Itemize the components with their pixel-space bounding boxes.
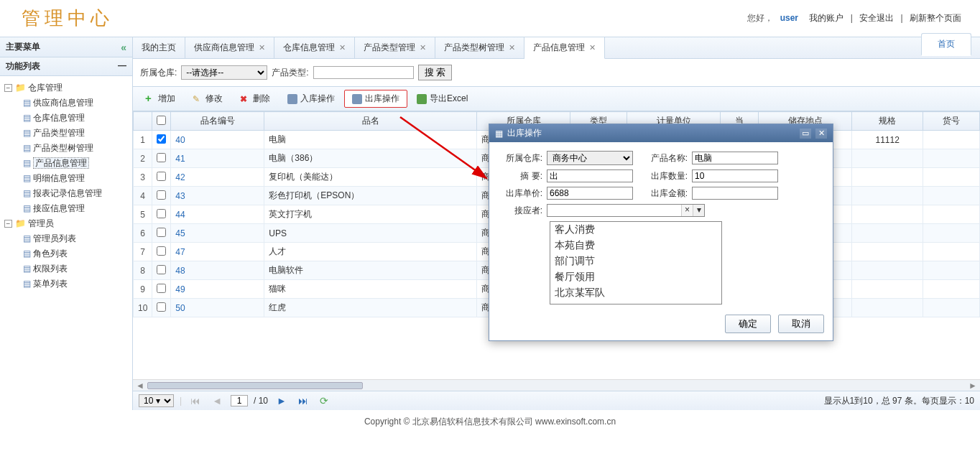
- stockout-button[interactable]: 出库操作: [344, 90, 407, 108]
- row-checkbox[interactable]: [157, 153, 166, 162]
- dlg-qty-input[interactable]: [692, 169, 778, 182]
- nav-item[interactable]: ▤仓库信息管理: [23, 111, 129, 126]
- dlg-productname-input[interactable]: [692, 152, 778, 164]
- row-checkbox[interactable]: [157, 302, 166, 312]
- tab[interactable]: 产品信息管理✕: [524, 37, 605, 59]
- pencil-icon: ✎: [193, 94, 203, 104]
- pager: 10 ▾ | ⏮ ◄ / 10 ► ⏭ ⟳ 显示从1到10，总 97 条。每页显…: [133, 391, 980, 410]
- dlg-warehouse-select[interactable]: 商务中心: [547, 151, 633, 165]
- page-input[interactable]: [231, 395, 248, 406]
- last-page-icon[interactable]: ⏭: [295, 395, 311, 406]
- tab[interactable]: 产品类型管理✕: [355, 37, 435, 58]
- row-checkbox[interactable]: [157, 209, 166, 218]
- close-button[interactable]: ✕: [815, 129, 827, 139]
- tab-close-icon[interactable]: ✕: [420, 43, 426, 52]
- list-option[interactable]: 客人消费: [550, 222, 721, 238]
- row-checkbox[interactable]: [157, 265, 166, 274]
- refresh-link[interactable]: 刷新整个页面: [910, 13, 961, 23]
- first-page-icon[interactable]: ⏮: [188, 395, 203, 406]
- nav-item[interactable]: ▤报表记录信息管理: [23, 186, 129, 201]
- row-checkbox[interactable]: [157, 172, 166, 181]
- nav-item[interactable]: ▤产品类型树管理: [23, 141, 129, 156]
- nav-item[interactable]: ▤菜单列表: [23, 276, 129, 292]
- nav-item[interactable]: ▤供应商信息管理: [23, 96, 129, 111]
- nav-item[interactable]: ▤接应信息管理: [23, 201, 129, 216]
- combo-clear-icon[interactable]: ×: [681, 205, 693, 216]
- add-button[interactable]: +增加: [137, 90, 183, 108]
- page-icon: ▤: [23, 143, 31, 153]
- dialog-titlebar[interactable]: ▦ 出库操作 ▭ ✕: [489, 124, 833, 142]
- nav-item[interactable]: ▤明细信息管理: [23, 171, 129, 186]
- logout-link[interactable]: 安全退出: [859, 13, 894, 23]
- list-option[interactable]: 北京某军队: [550, 285, 721, 301]
- list-option[interactable]: 餐厅领用: [550, 269, 721, 285]
- dlg-cancel-button[interactable]: 取消: [778, 315, 824, 333]
- list-option[interactable]: 部门调节: [550, 254, 721, 269]
- sidebar-func-header: 功能列表 —: [0, 57, 132, 76]
- nav-item[interactable]: ▤产品类型管理: [23, 126, 129, 141]
- footer: Copyright © 北京易信软科信息技术有限公司 www.exinsoft.…: [0, 410, 980, 434]
- scroll-left-icon[interactable]: ◄: [136, 381, 144, 391]
- page-icon: ▤: [23, 98, 31, 108]
- dlg-amount-input[interactable]: [692, 187, 778, 200]
- sidebar-main-header: 主要菜单 «: [0, 37, 132, 57]
- dlg-receiver-combo[interactable]: × ▾: [547, 204, 705, 217]
- delete-button[interactable]: ✖删除: [232, 90, 278, 108]
- delete-icon: ✖: [240, 94, 250, 104]
- tree-toggle-icon[interactable]: −: [4, 220, 12, 228]
- next-page-icon[interactable]: ►: [274, 395, 290, 406]
- page-icon: ▤: [23, 233, 31, 243]
- nav-item[interactable]: ▤权限列表: [23, 261, 129, 276]
- tab-close-icon[interactable]: ✕: [509, 43, 515, 52]
- tab-close-icon[interactable]: ✕: [339, 43, 346, 52]
- plus-icon: +: [145, 94, 155, 104]
- h-scrollbar[interactable]: ◄ ►: [133, 379, 980, 391]
- dlg-price-input[interactable]: [547, 187, 633, 200]
- nav-item[interactable]: ▤产品信息管理: [23, 156, 129, 171]
- stockin-button[interactable]: 入库操作: [279, 90, 343, 108]
- pagesize-select[interactable]: 10 ▾: [139, 394, 174, 407]
- dlg-ok-button[interactable]: 确定: [725, 315, 771, 333]
- tab-bar: 我的主页供应商信息管理✕仓库信息管理✕产品类型管理✕产品类型树管理✕产品信息管理…: [133, 37, 980, 59]
- warehouse-select[interactable]: --请选择--: [181, 65, 267, 80]
- dlg-receiver-input[interactable]: [547, 205, 681, 216]
- prev-page-icon[interactable]: ◄: [209, 395, 225, 406]
- tree-toggle-icon[interactable]: −: [4, 84, 12, 92]
- user-link[interactable]: user: [780, 13, 798, 23]
- scroll-thumb[interactable]: [147, 382, 363, 389]
- edit-button[interactable]: ✎修改: [185, 90, 231, 108]
- export-button[interactable]: 导出Excel: [409, 90, 476, 108]
- tab[interactable]: 我的主页: [133, 37, 185, 58]
- row-checkbox[interactable]: [157, 190, 166, 200]
- sidebar: 主要菜单 « 功能列表 — −📁仓库管理▤供应商信息管理▤仓库信息管理▤产品类型…: [0, 37, 133, 410]
- tab-close-icon[interactable]: ✕: [259, 43, 265, 52]
- folder-icon: 📁: [15, 218, 26, 228]
- stockout-dialog: ▦ 出库操作 ▭ ✕ 所属仓库: 商务中心 产品名称: 摘 要: 出库数量: 出…: [489, 124, 833, 341]
- excel-icon: [417, 94, 427, 104]
- list-option[interactable]: 本苑自费: [550, 238, 721, 254]
- row-checkbox[interactable]: [157, 284, 166, 293]
- tab[interactable]: 产品类型树管理✕: [435, 37, 524, 58]
- nav-item[interactable]: ▤管理员列表: [23, 231, 129, 246]
- row-checkbox[interactable]: [157, 134, 166, 144]
- tab[interactable]: 供应商信息管理✕: [185, 37, 274, 58]
- tab-close-icon[interactable]: ✕: [589, 43, 596, 52]
- tab[interactable]: 仓库信息管理✕: [274, 37, 355, 58]
- minimize-icon[interactable]: —: [118, 60, 126, 73]
- collapse-icon[interactable]: «: [121, 42, 126, 53]
- combo-dropdown-icon[interactable]: ▾: [693, 205, 704, 216]
- nav-item[interactable]: ▤角色列表: [23, 246, 129, 261]
- scroll-right-icon[interactable]: ►: [969, 381, 977, 391]
- minimize-button[interactable]: ▭: [800, 129, 811, 139]
- refresh-icon[interactable]: ⟳: [317, 395, 331, 406]
- dlg-receiver-list[interactable]: 客人消费本苑自费部门调节餐厅领用北京某军队: [550, 221, 722, 304]
- page-icon: ▤: [23, 248, 31, 259]
- type-input[interactable]: [313, 66, 414, 79]
- search-button[interactable]: 搜 索: [418, 65, 453, 80]
- home-tab[interactable]: 首页: [921, 33, 971, 56]
- row-checkbox[interactable]: [157, 246, 166, 256]
- account-link[interactable]: 我的账户: [809, 13, 843, 23]
- dlg-summary-input[interactable]: [547, 169, 633, 182]
- row-checkbox[interactable]: [157, 228, 166, 237]
- select-all-checkbox[interactable]: [157, 116, 166, 125]
